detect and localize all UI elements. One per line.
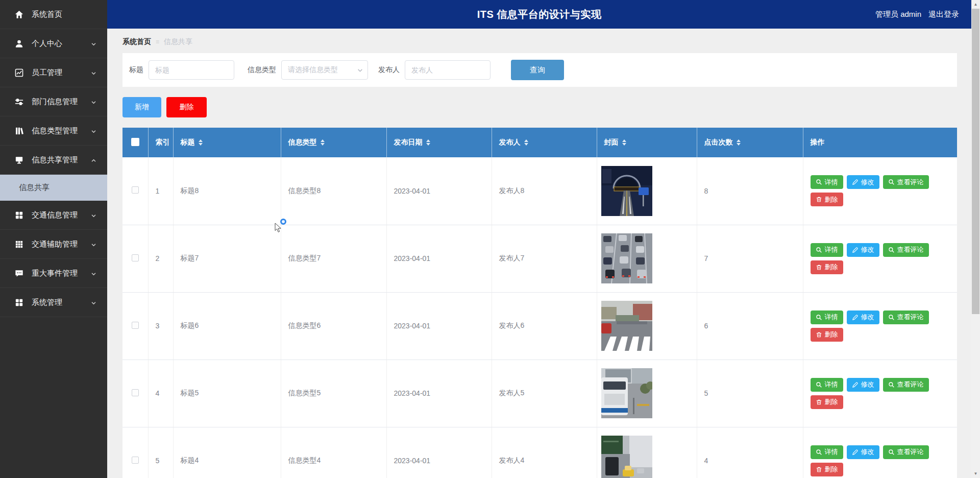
title-filter-input[interactable] — [149, 60, 234, 80]
bus-street-cover[interactable] — [601, 368, 652, 418]
sidebar-item-0[interactable]: 系统首页 — [0, 0, 107, 29]
grid-icon — [14, 210, 24, 220]
sidebar-item-2[interactable]: 员工管理 — [0, 58, 107, 87]
sidebar-item-label: 交通辅助管理 — [32, 240, 78, 249]
column-header-3[interactable]: 发布日期 — [386, 128, 492, 157]
view-comments-button[interactable]: 查看评论 — [883, 175, 929, 189]
logout-link[interactable]: 退出登录 — [928, 10, 959, 19]
row-checkbox[interactable] — [132, 322, 139, 329]
detail-button[interactable]: 详情 — [811, 378, 843, 392]
column-header-1[interactable]: 标题 — [173, 128, 281, 157]
row-checkbox[interactable] — [132, 457, 139, 464]
add-button[interactable]: 新增 — [122, 97, 161, 117]
sidebar-item-1[interactable]: 个人中心 — [0, 29, 107, 58]
admin-user-label[interactable]: 管理员 admin — [875, 10, 921, 19]
row-delete-button[interactable]: 删除 — [811, 395, 843, 409]
column-label: 信息类型 — [288, 138, 317, 147]
row-delete-button[interactable]: 删除 — [811, 260, 843, 274]
comment-icon — [14, 269, 24, 278]
detail-button[interactable]: 详情 — [811, 310, 843, 324]
view-comments-button[interactable]: 查看评论 — [883, 378, 929, 392]
sidebar-item-label: 系统管理 — [32, 298, 62, 307]
view-comments-button[interactable]: 查看评论 — [883, 445, 929, 459]
sort-icon[interactable] — [524, 139, 528, 146]
column-label: 发布日期 — [394, 138, 423, 147]
detail-button[interactable]: 详情 — [811, 243, 843, 257]
screen-icon — [14, 155, 24, 165]
column-header-2[interactable]: 信息类型 — [281, 128, 386, 157]
sort-icon[interactable] — [199, 139, 203, 146]
sidebar: 系统首页个人中心员工管理部门信息管理信息类型管理信息共享管理信息共享交通信息管理… — [0, 0, 107, 478]
select-all-header — [122, 128, 148, 157]
edit-button[interactable]: 修改 — [847, 310, 879, 324]
cell-clicks: 6 — [697, 292, 803, 360]
sort-icon[interactable] — [622, 139, 626, 146]
cell-type: 信息类型7 — [281, 225, 386, 292]
cell-publisher: 发布人6 — [492, 292, 597, 360]
cell-index: 4 — [148, 360, 173, 427]
cell-title: 标题4 — [173, 427, 281, 478]
chevron-down-icon — [90, 241, 97, 248]
scroll-up-arrow-icon[interactable]: ▲ — [971, 0, 980, 9]
sidebar-subitem-info-share[interactable]: 信息共享 — [0, 175, 107, 201]
view-comments-button[interactable]: 查看评论 — [883, 243, 929, 257]
publisher-filter-input[interactable] — [405, 60, 491, 80]
taxi-street-cover[interactable] — [601, 436, 652, 478]
row-checkbox[interactable] — [132, 186, 139, 194]
type-filter-select[interactable]: 请选择信息类型 — [281, 60, 368, 80]
sidebar-item-label: 信息类型管理 — [32, 126, 78, 136]
sidebar-item-label: 系统首页 — [32, 10, 62, 19]
row-checkbox[interactable] — [132, 254, 139, 261]
column-label: 操作 — [811, 138, 825, 147]
cell-clicks: 7 — [697, 225, 803, 292]
cell-clicks: 5 — [697, 360, 803, 427]
sidebar-item-label: 重大事件管理 — [32, 269, 78, 278]
view-comments-button[interactable]: 查看评论 — [883, 310, 929, 324]
detail-button[interactable]: 详情 — [811, 445, 843, 459]
query-button[interactable]: 查询 — [511, 60, 564, 80]
sidebar-item-5[interactable]: 信息共享管理 — [0, 146, 107, 175]
night-highway-cover[interactable] — [601, 166, 652, 216]
column-header-4[interactable]: 发布人 — [492, 128, 597, 157]
row-delete-button[interactable]: 删除 — [811, 463, 843, 476]
scrollbar-thumb[interactable] — [972, 9, 979, 314]
select-all-checkbox[interactable] — [131, 138, 139, 146]
cell-date: 2023-04-01 — [386, 157, 492, 225]
column-header-6[interactable]: 点击次数 — [697, 128, 803, 157]
edit-button[interactable]: 修改 — [847, 175, 879, 189]
edit-button[interactable]: 修改 — [847, 243, 879, 257]
sidebar-item-9[interactable]: 系统管理 — [0, 288, 107, 317]
breadcrumb-home[interactable]: 系统首页 — [122, 37, 151, 46]
sidebar-item-4[interactable]: 信息类型管理 — [0, 116, 107, 146]
column-label: 封面 — [604, 138, 619, 147]
edit-button[interactable]: 修改 — [847, 445, 879, 459]
sort-icon[interactable] — [737, 139, 741, 146]
crosswalk-cover[interactable] — [601, 301, 652, 351]
sidebar-item-8[interactable]: 重大事件管理 — [0, 259, 107, 288]
cell-type: 信息类型8 — [281, 157, 386, 225]
edit-button[interactable]: 修改 — [847, 378, 879, 392]
scroll-down-arrow-icon[interactable]: ▼ — [971, 469, 980, 478]
row-delete-button[interactable]: 删除 — [811, 193, 843, 206]
row-delete-button[interactable]: 删除 — [811, 328, 843, 342]
delete-button[interactable]: 删除 — [166, 97, 207, 117]
chevron-down-icon — [90, 128, 97, 134]
cell-type: 信息类型6 — [281, 292, 386, 360]
sort-icon[interactable] — [321, 139, 325, 146]
cell-index: 1 — [148, 157, 173, 225]
vertical-scrollbar[interactable]: ▲ ▼ — [971, 0, 980, 478]
sidebar-item-6[interactable]: 交通信息管理 — [0, 201, 107, 230]
chevron-down-icon — [90, 299, 97, 306]
row-checkbox[interactable] — [132, 389, 139, 396]
sidebar-item-7[interactable]: 交通辅助管理 — [0, 230, 107, 259]
detail-button[interactable]: 详情 — [811, 175, 843, 189]
user-icon — [14, 39, 24, 49]
cell-date: 2023-04-01 — [386, 225, 492, 292]
sidebar-item-3[interactable]: 部门信息管理 — [0, 87, 107, 116]
toolbar: 新增 删除 — [122, 97, 957, 117]
traffic-jam-cover[interactable] — [601, 233, 652, 283]
breadcrumb: 系统首页 ≡ 信息共享 — [122, 37, 971, 46]
sort-icon[interactable] — [426, 139, 430, 146]
column-header-5[interactable]: 封面 — [597, 128, 697, 157]
cell-type: 信息类型4 — [281, 427, 386, 478]
